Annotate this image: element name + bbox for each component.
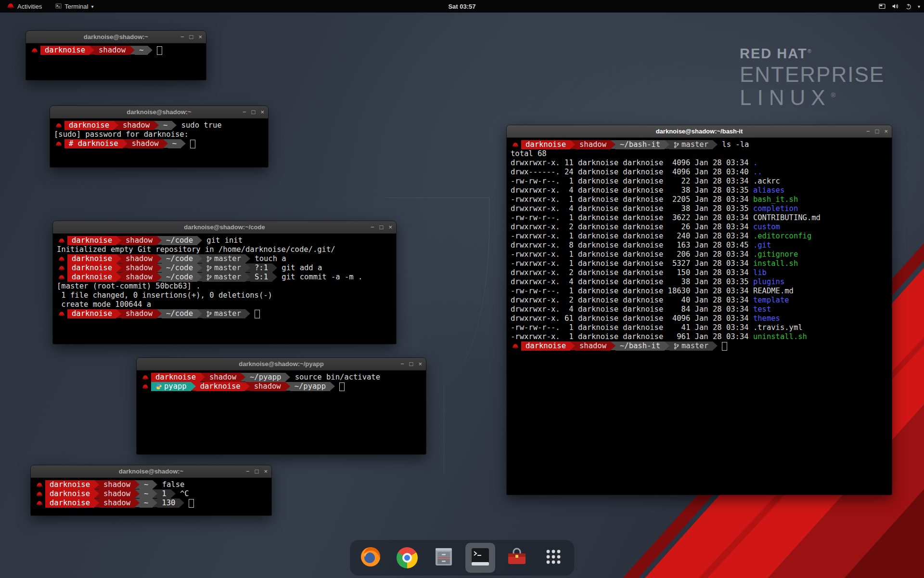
- titlebar[interactable]: darknoise@shadow:~−□×: [50, 106, 268, 118]
- terminal-line: create mode 100644 a: [57, 300, 392, 309]
- minimize-button[interactable]: −: [866, 128, 870, 134]
- powerline-separator: [123, 139, 128, 148]
- terminal-window-home-sudo[interactable]: darknoise@shadow:~−□×darknoiseshadow~ su…: [50, 106, 268, 167]
- prompt-segment: darknoise: [521, 140, 570, 149]
- prompt-segment: master: [669, 140, 713, 149]
- chevron-down-icon[interactable]: ▾: [918, 4, 920, 9]
- maximize-button[interactable]: □: [410, 361, 413, 367]
- terminal-content[interactable]: darknoiseshadow~ sudo true[sudo] passwor…: [50, 118, 268, 151]
- windows-icon[interactable]: [879, 3, 886, 9]
- terminal-app-icon: [55, 3, 62, 10]
- terminal-content[interactable]: darknoiseshadow~/pyapp source bin/activa…: [137, 370, 426, 394]
- redhat-icon: [57, 263, 67, 273]
- minimize-button[interactable]: −: [180, 34, 184, 40]
- terminal-content[interactable]: darknoiseshadow~: [26, 43, 206, 57]
- minimize-button[interactable]: −: [371, 224, 374, 230]
- terminal-text: -rwxrwxr-x. 1 darknoise darknoise 2205 J…: [511, 195, 753, 204]
- show-apps-icon: [542, 546, 565, 570]
- dock-item-terminal[interactable]: [465, 543, 495, 573]
- titlebar[interactable]: darknoise@shadow:~/pyapp−□×: [137, 358, 426, 370]
- dock-item-chrome[interactable]: [392, 543, 422, 573]
- maximize-button[interactable]: □: [190, 34, 193, 40]
- window-title: darknoise@shadow:~: [50, 108, 268, 116]
- minimize-button[interactable]: −: [246, 468, 250, 474]
- powerline-separator: [148, 46, 153, 54]
- terminal-content[interactable]: darknoiseshadow~ falsedarknoiseshadow~1 …: [31, 478, 271, 510]
- terminal-text: -rwxrwxr-x. 1 darknoise darknoise 5327 J…: [511, 259, 753, 268]
- terminal-line: drwxrwxr-x. 2 darknoise darknoise 40 Jan…: [511, 296, 888, 305]
- prompt-segment: shadow: [250, 382, 285, 391]
- terminal-text: drwxrwxr-x. 4 darknoise darknoise 38 Jan…: [511, 204, 753, 213]
- terminal-line: darknoiseshadow~: [30, 46, 202, 55]
- terminal-window-home-1[interactable]: darknoise@shadow:~−□×darknoiseshadow~: [26, 31, 206, 80]
- system-tray[interactable]: ▾: [879, 0, 920, 13]
- terminal-line: drwxrwxr-x. 8 darknoise darknoise 163 Ja…: [511, 241, 888, 250]
- close-button[interactable]: ×: [260, 109, 264, 115]
- titlebar[interactable]: darknoise@shadow:~/code−□×: [53, 221, 396, 234]
- power-icon[interactable]: [905, 3, 911, 10]
- app-menu-terminal[interactable]: Terminal ▾: [52, 0, 96, 13]
- terminal-line: darknoiseshadow~/codemaster: [57, 309, 392, 318]
- terminal-content[interactable]: darknoiseshadow~/bash-itmaster ls -latot…: [507, 138, 892, 353]
- terminal-content[interactable]: darknoiseshadow~/code git initInitialize…: [53, 234, 396, 321]
- terminal-line: darknoiseshadow~/code git init: [57, 236, 392, 245]
- terminal-line: darknoiseshadow~/codemaster touch a: [57, 254, 392, 263]
- powerline-separator: [135, 480, 140, 489]
- powerline-separator: [135, 489, 140, 498]
- terminal-window-bash-it[interactable]: darknoise@shadow:~/bash-it−□×darknoisesh…: [507, 125, 892, 495]
- prompt-segment: master: [202, 273, 245, 282]
- terminal-text: touch a: [250, 254, 286, 263]
- powerline-separator: [191, 382, 196, 391]
- clock[interactable]: Sat 03:57: [448, 3, 475, 10]
- close-button[interactable]: ×: [198, 34, 202, 40]
- prompt-segment: S:1: [250, 273, 272, 282]
- dock-item-show-apps[interactable]: [539, 543, 568, 573]
- close-button[interactable]: ×: [884, 128, 888, 134]
- terminal-line: -rwxrwxr-x. 1 darknoise darknoise 240 Ja…: [511, 232, 888, 241]
- prompt-segment: ~: [168, 139, 181, 148]
- titlebar[interactable]: darknoise@shadow:~−□×: [31, 465, 271, 478]
- activities-button[interactable]: Activities: [4, 0, 45, 13]
- prompt-segment: darknoise: [40, 46, 90, 55]
- volume-icon[interactable]: [892, 3, 899, 9]
- minimize-button[interactable]: −: [243, 109, 246, 115]
- prompt-segment: shadow: [121, 273, 157, 282]
- titlebar[interactable]: darknoise@shadow:~−□×: [26, 31, 206, 43]
- prompt-segment: darknoise: [196, 382, 245, 391]
- terminal-line: drwxrwxr-x. 61 darknoise darknoise 4096 …: [511, 314, 888, 323]
- dock-item-firefox[interactable]: [356, 543, 385, 573]
- redhat-icon: [141, 373, 151, 382]
- dock-item-files[interactable]: [429, 543, 459, 573]
- python-icon: [155, 383, 164, 390]
- terminal-text: drwxrwxr-x. 2 darknoise darknoise 40 Jan…: [511, 296, 753, 305]
- maximize-button[interactable]: □: [875, 128, 879, 134]
- redhat-icon: [35, 480, 45, 489]
- powerline-separator: [570, 342, 575, 350]
- chevron-down-icon: ▾: [91, 4, 93, 9]
- terminal-text: .gitignore: [753, 250, 798, 259]
- close-button[interactable]: ×: [264, 468, 268, 474]
- terminal-text: sudo true: [177, 121, 221, 130]
- terminal-line: drwx------. 24 darknoise darknoise 4096 …: [511, 168, 888, 177]
- close-button[interactable]: ×: [418, 361, 422, 367]
- terminal-window-code-git[interactable]: darknoise@shadow:~/code−□×darknoiseshado…: [53, 221, 396, 344]
- prompt-segment: ~: [140, 489, 153, 499]
- top-bar: Activities Terminal ▾ Sat 03:57 ▾: [0, 0, 924, 13]
- powerline-separator: [163, 139, 168, 148]
- titlebar[interactable]: darknoise@shadow:~/bash-it−□×: [507, 125, 892, 138]
- terminal-text: aliases: [753, 186, 784, 195]
- terminal-text: create mode 100644 a: [57, 300, 151, 309]
- terminal-window-pyapp[interactable]: darknoise@shadow:~/pyapp−□×darknoiseshad…: [137, 358, 426, 454]
- close-button[interactable]: ×: [388, 224, 392, 230]
- maximize-button[interactable]: □: [252, 109, 256, 115]
- minimize-button[interactable]: −: [400, 361, 404, 367]
- maximize-button[interactable]: □: [255, 468, 259, 474]
- terminal-line: drwxrwxr-x. 4 darknoise darknoise 38 Jan…: [511, 186, 888, 195]
- prompt-segment: ~/code: [162, 263, 197, 273]
- terminal-line: darknoiseshadow~/bash-itmaster: [511, 342, 888, 351]
- prompt-segment: shadow: [99, 480, 135, 489]
- terminal-text: git commit -a -m .: [277, 273, 362, 282]
- maximize-button[interactable]: □: [380, 224, 384, 230]
- dock-item-toolbox[interactable]: [502, 543, 532, 573]
- terminal-window-home-exit-codes[interactable]: darknoise@shadow:~−□×darknoiseshadow~ fa…: [31, 465, 271, 515]
